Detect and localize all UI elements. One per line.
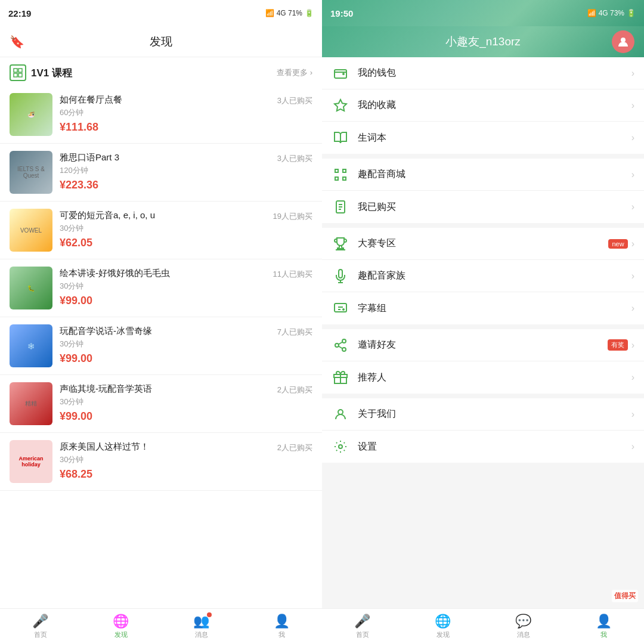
course-title: 声临其境-玩配音学英语 <box>60 382 273 395</box>
arrow-shop: › <box>631 169 634 180</box>
course-title: 如何在餐厅点餐 <box>60 93 273 106</box>
menu-item-purchased[interactable]: 我已购买 › <box>322 191 644 223</box>
menu-label-collection: 我的收藏 <box>358 99 631 112</box>
arrow-purchased: › <box>631 202 634 212</box>
menu-item-subtitle[interactable]: 字幕组 › <box>322 292 644 324</box>
menu-label-purchased: 我已购买 <box>358 201 631 213</box>
status-icons-left: 📶 4G 71% 🔋 <box>265 9 314 17</box>
course-item[interactable]: American holiday 原来美国人这样过节！ 30分钟 ¥68.25 … <box>0 433 322 491</box>
bookmark-icon[interactable]: 🔖 <box>10 35 24 49</box>
left-panel: 22:19 📶 4G 71% 🔋 🔖 发现 1V1 课程 查看更多 › 🍜 <box>0 0 322 644</box>
course-buyers: 2人已购买 <box>277 385 312 395</box>
menu-section-1: 我的钱包 › 我的收藏 › 生词本 <box>322 57 644 154</box>
menu-item-referrer[interactable]: 推荐人 › <box>322 361 644 394</box>
menu-item-wallet[interactable]: 我的钱包 › <box>322 57 644 89</box>
header-left: 🔖 发现 <box>0 26 322 57</box>
menu-section-3: 大赛专区 new › 趣配音家族 › <box>322 228 644 324</box>
course-item[interactable]: 🍜 如何在餐厅点餐 60分钟 ¥111.68 3人已购买 <box>0 86 322 144</box>
subtitle-icon <box>332 299 349 317</box>
course-price: ¥99.00 <box>60 295 268 307</box>
course-item[interactable]: 精精 声临其境-玩配音学英语 30分钟 ¥99.00 2人已购买 <box>0 375 322 433</box>
nav-item-messages[interactable]: 👥 消息 <box>161 614 242 639</box>
arrow-vocab: › <box>631 132 634 143</box>
nav-item-me[interactable]: 👤 我 <box>242 614 322 639</box>
menu-item-vocab[interactable]: 生词本 › <box>322 122 644 154</box>
menu-label-family: 趣配音家族 <box>358 270 631 282</box>
menu-item-contest[interactable]: 大赛专区 new › <box>322 228 644 260</box>
course-title: 原来美国人这样过节！ <box>60 440 273 453</box>
menu-section-4: 邀请好友 有奖 › 推荐人 › <box>322 329 644 394</box>
menu-list: 我的钱包 › 我的收藏 › 生词本 <box>322 57 644 608</box>
course-thumb: 🍜 <box>10 93 52 136</box>
header-right: 小趣友_n13orz <box>322 26 644 57</box>
section-title: 1V1 课程 <box>31 66 277 80</box>
right-messages-icon: 💬 <box>515 614 531 629</box>
mic-icon <box>332 267 349 285</box>
course-item[interactable]: 🐛 绘本讲读-好饿好饿的毛毛虫 30分钟 ¥99.00 11人已购买 <box>0 259 322 317</box>
nav-item-home[interactable]: 🎤 首页 <box>0 614 80 639</box>
svg-marker-6 <box>335 100 346 111</box>
svg-rect-10 <box>343 177 346 180</box>
right-nav-home[interactable]: 🎤 首页 <box>322 614 402 639</box>
menu-item-invite[interactable]: 邀请好友 有奖 › <box>322 329 644 361</box>
course-thumb: American holiday <box>10 440 52 483</box>
course-title: 雅思口语Part 3 <box>60 151 273 163</box>
course-info: 雅思口语Part 3 120分钟 ¥223.36 <box>60 151 273 191</box>
right-nav-discover[interactable]: 🌐 发现 <box>402 614 483 639</box>
svg-point-20 <box>335 343 339 347</box>
profile-title: 小趣友_n13orz <box>354 34 612 49</box>
course-info: 原来美国人这样过节！ 30分钟 ¥68.25 <box>60 440 273 481</box>
wallet-icon <box>332 64 349 82</box>
menu-item-about[interactable]: 关于我们 › <box>322 398 644 431</box>
watermark: 值得买 <box>612 590 638 602</box>
menu-item-family[interactable]: 趣配音家族 › <box>322 260 644 292</box>
course-duration: 30分钟 <box>60 339 273 349</box>
purchased-icon <box>332 198 349 216</box>
svg-rect-9 <box>335 177 338 180</box>
nav-item-discover[interactable]: 🌐 发现 <box>80 614 161 639</box>
menu-item-shop[interactable]: 趣配音商城 › <box>322 159 644 191</box>
arrow-about: › <box>631 409 634 420</box>
gift-icon <box>332 369 349 386</box>
course-buyers-col: 7人已购买 <box>273 324 312 338</box>
svg-rect-8 <box>343 169 346 172</box>
battery-bar: 🔋 <box>305 9 314 17</box>
course-info: 如何在餐厅点餐 60分钟 ¥111.68 <box>60 93 273 134</box>
menu-section-5: 关于我们 › 设置 › <box>322 398 644 463</box>
home-icon: 🎤 <box>32 614 48 629</box>
settings-icon <box>332 438 349 456</box>
course-info: 声临其境-玩配音学英语 30分钟 ¥99.00 <box>60 382 273 423</box>
svg-point-4 <box>621 38 626 42</box>
about-icon <box>332 405 349 423</box>
menu-item-settings[interactable]: 设置 › <box>322 431 644 463</box>
course-info: 玩配音学说话-冰雪奇缘 30分钟 ¥99.00 <box>60 324 273 365</box>
course-thumb: ❄️ <box>10 324 52 367</box>
course-item[interactable]: IELTS S & Quest 雅思口语Part 3 120分钟 ¥223.36… <box>0 144 322 202</box>
menu-label-shop: 趣配音商城 <box>358 168 631 181</box>
svg-line-23 <box>339 342 343 344</box>
course-item[interactable]: ❄️ 玩配音学说话-冰雪奇缘 30分钟 ¥99.00 7人已购买 <box>0 317 322 375</box>
course-buyers: 11人已购买 <box>273 269 312 280</box>
svg-rect-3 <box>18 73 22 77</box>
right-nav-messages[interactable]: 💬 消息 <box>483 614 564 639</box>
menu-label-referrer: 推荐人 <box>358 371 631 384</box>
course-item[interactable]: VOWEL 可爱的短元音a, e, i, o, u 30分钟 ¥62.05 19… <box>0 202 322 259</box>
course-buyers-col: 19人已购买 <box>268 209 312 222</box>
battery-icon: 📶 <box>265 9 274 17</box>
course-price: ¥99.00 <box>60 410 273 423</box>
menu-label-wallet: 我的钱包 <box>358 67 631 79</box>
nav-label-messages: 消息 <box>195 630 208 639</box>
page-title-left: 发现 <box>150 34 172 49</box>
course-thumb: 🐛 <box>10 267 52 309</box>
course-title: 可爱的短元音a, e, i, o, u <box>60 209 268 221</box>
nav-label-discover: 发现 <box>114 630 128 639</box>
course-price: ¥68.25 <box>60 468 273 481</box>
avatar[interactable] <box>612 30 634 53</box>
course-thumb: 精精 <box>10 382 52 425</box>
course-buyers-col: 2人已购买 <box>273 382 312 395</box>
menu-item-collection[interactable]: 我的收藏 › <box>322 89 644 122</box>
arrow-wallet: › <box>631 68 634 79</box>
see-more-button[interactable]: 查看更多 › <box>277 67 312 78</box>
discover-icon: 🌐 <box>113 614 129 629</box>
right-nav-me[interactable]: 👤 我 <box>564 614 644 639</box>
